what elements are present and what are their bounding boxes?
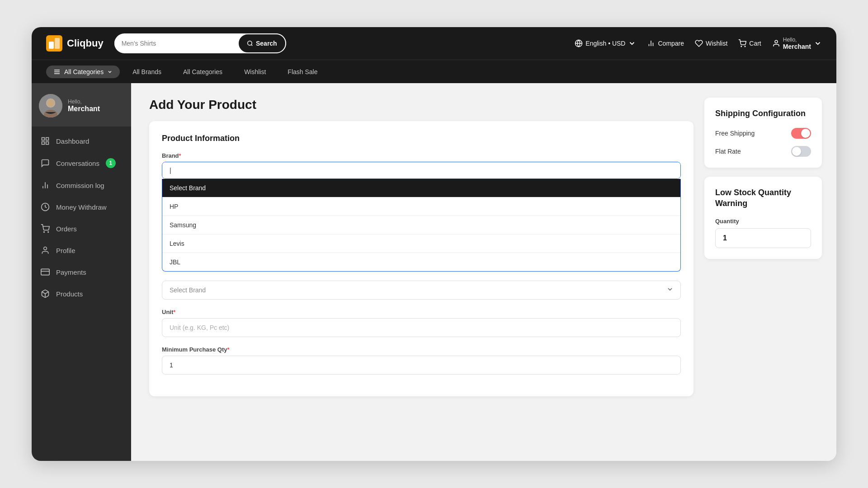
flat-rate-label: Flat Rate [715, 148, 741, 155]
unit-input[interactable] [162, 318, 681, 337]
min-purchase-label: Minimum Purchase Qty* [162, 346, 681, 353]
toggle-knob-free-shipping [801, 129, 810, 138]
sidebar-nav: Dashboard Conversations 1 Commission log… [32, 127, 131, 461]
wishlist-button[interactable]: Wishlist [695, 39, 727, 47]
sidebar-item-dashboard[interactable]: Dashboard [32, 130, 131, 152]
avatar [39, 94, 62, 117]
svg-point-14 [47, 99, 55, 107]
form-card-title: Product Information [162, 134, 681, 143]
svg-rect-19 [46, 142, 49, 145]
brand-option-hp[interactable]: HP [162, 197, 680, 216]
svg-point-23 [44, 247, 47, 250]
cart-icon [41, 224, 50, 233]
flat-rate-row: Flat Rate [715, 146, 811, 157]
profile-text: Hello, Merchant [68, 99, 100, 113]
compare-button[interactable]: Compare [647, 39, 684, 47]
quantity-value[interactable]: 1 [715, 228, 811, 248]
search-bar: Search [114, 33, 286, 53]
conversations-badge: 1 [106, 158, 116, 168]
svg-point-6 [745, 46, 746, 47]
nav-all-categories[interactable]: All Categories [46, 66, 120, 78]
brand-name: Cliqbuy [67, 38, 104, 49]
svg-rect-17 [46, 138, 49, 141]
product-info-card: Product Information Brand* Select Brand [149, 121, 693, 396]
svg-rect-18 [42, 142, 45, 145]
logo[interactable]: Cliqbuy [46, 35, 104, 52]
product-form-area: Add Your Product Product Information Bra… [149, 98, 693, 446]
header: Cliqbuy Search English • USD [32, 27, 836, 60]
shipping-config-title: Shipping Configuration [715, 108, 811, 119]
quantity-label: Quantity [715, 218, 811, 225]
unit-label: Unit* [162, 309, 681, 315]
min-purchase-input[interactable]: 1 [162, 356, 681, 375]
svg-point-7 [775, 40, 778, 43]
free-shipping-label: Free Shipping [715, 130, 755, 137]
svg-point-21 [44, 232, 45, 233]
sidebar-item-profile[interactable]: Profile [32, 239, 131, 261]
svg-point-22 [48, 232, 49, 233]
low-stock-title: Low Stock Quantity Warning [715, 188, 811, 209]
shipping-config-card: Shipping Configuration Free Shipping Fla… [704, 98, 822, 168]
free-shipping-toggle[interactable] [791, 128, 811, 139]
brand-option-jbl[interactable]: JBL [162, 253, 680, 271]
search-input[interactable] [114, 40, 238, 47]
svg-rect-1 [49, 42, 54, 49]
box-icon [41, 289, 50, 298]
nav-flash-sale[interactable]: Flash Sale [278, 66, 326, 78]
sidebar-item-products[interactable]: Products [32, 283, 131, 305]
sidebar-item-orders[interactable]: Orders [32, 218, 131, 239]
sidebar-item-commission[interactable]: Commission log [32, 174, 131, 196]
nav-all-categories-link[interactable]: All Categories [174, 66, 231, 78]
flat-rate-toggle[interactable] [791, 146, 811, 157]
brand-option-select[interactable]: Select Brand [162, 179, 680, 197]
sidebar-item-conversations[interactable]: Conversations 1 [32, 152, 131, 174]
user-info: Hello, Merchant [783, 37, 811, 50]
user-menu[interactable]: Hello, Merchant [772, 37, 822, 50]
sidebar-item-payments[interactable]: Payments [32, 261, 131, 283]
svg-rect-16 [42, 138, 45, 141]
svg-point-3 [248, 41, 252, 45]
sidebar-profile: Hello, Merchant [32, 83, 131, 127]
nav-bar: All Categories All Brands All Categories… [32, 60, 836, 83]
low-stock-card: Low Stock Quantity Warning Quantity 1 [704, 177, 822, 259]
svg-rect-0 [46, 35, 62, 52]
select-brand-dropdown[interactable]: Select Brand [162, 281, 681, 300]
select-brand-wrapper: Select Brand [162, 281, 681, 300]
language-selector[interactable]: English • USD [575, 39, 636, 47]
nav-all-brands[interactable]: All Brands [123, 66, 170, 78]
brand-option-levis[interactable]: Levis [162, 235, 680, 253]
right-panel: Shipping Configuration Free Shipping Fla… [704, 98, 822, 446]
free-shipping-row: Free Shipping [715, 128, 811, 139]
toggle-knob-flat-rate [792, 147, 801, 156]
brand-label: Brand* [162, 152, 681, 159]
brand-dropdown-list: Select Brand HP Samsung Levis JBL [162, 179, 681, 272]
withdraw-icon [41, 202, 50, 211]
main: Hello, Merchant Dashboard Conversations … [32, 83, 836, 461]
brand-field-wrapper: Select Brand HP Samsung Levis JBL [162, 162, 681, 272]
nav-wishlist[interactable]: Wishlist [235, 66, 275, 78]
header-actions: English • USD Compare Wishlist Cart [575, 37, 822, 50]
brand-search-input[interactable] [162, 162, 680, 178]
sidebar: Hello, Merchant Dashboard Conversations … [32, 83, 131, 461]
chat-icon [41, 159, 50, 168]
sidebar-item-money-withdraw[interactable]: Money Withdraw [32, 196, 131, 218]
search-button[interactable]: Search [238, 33, 286, 53]
cart-button[interactable]: Cart [738, 39, 761, 47]
content-area: Add Your Product Product Information Bra… [131, 83, 836, 461]
card-icon [41, 267, 50, 277]
grid-icon [41, 136, 50, 145]
svg-rect-2 [55, 38, 60, 49]
brand-search-box [162, 162, 681, 179]
brand-option-samsung[interactable]: Samsung [162, 216, 680, 234]
page-title: Add Your Product [149, 98, 693, 112]
svg-point-5 [741, 46, 742, 47]
chart-icon [41, 181, 50, 190]
svg-rect-24 [41, 269, 49, 275]
user-icon [41, 246, 50, 255]
